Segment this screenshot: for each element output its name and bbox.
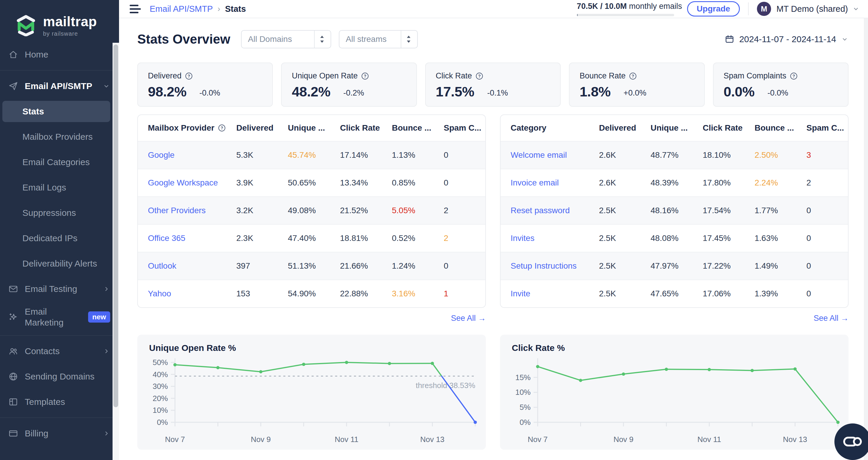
help-icon[interactable]: ? <box>361 72 369 80</box>
row-link[interactable]: Outlook <box>148 261 236 271</box>
sidebar-item-email-marketing[interactable]: Email Marketingnew <box>0 301 119 332</box>
billing-icon <box>8 428 18 438</box>
account-avatar[interactable]: M <box>757 2 771 16</box>
row-link[interactable]: Invoice email <box>510 178 599 188</box>
account-chevron-down-icon[interactable] <box>852 5 860 13</box>
row-link[interactable]: Office 365 <box>148 233 236 243</box>
mailtrap-logo[interactable]: mailtrap by railsware <box>0 0 119 42</box>
table-cell: 397 <box>236 261 288 271</box>
data-point <box>173 363 177 367</box>
sidebar-item-stats[interactable]: Stats <box>2 101 110 122</box>
table-cell: 47.65% <box>651 289 703 298</box>
sidebar-item-deliverability-alerts[interactable]: Deliverability Alerts <box>2 251 110 276</box>
sidebar-item-billing[interactable]: Billing <box>0 421 119 446</box>
sidebar-item-label: Sending Domains <box>25 372 95 381</box>
sidebar-scrollbar-thumb[interactable] <box>114 45 118 407</box>
sidebar-item-email-logs[interactable]: Email Logs <box>2 175 110 200</box>
metric-label: Bounce Rate <box>580 71 625 81</box>
column-header: Spam C... <box>806 123 848 133</box>
streams-select[interactable]: All streams <box>339 30 418 48</box>
table-cell: 2.3K <box>236 233 288 243</box>
table-cell: 48.39% <box>651 178 703 188</box>
row-link[interactable]: Google Workspace <box>148 178 236 188</box>
provider-see-all-link[interactable]: See All → <box>451 314 486 323</box>
help-icon[interactable]: ? <box>475 72 483 80</box>
data-point <box>536 365 539 368</box>
column-header: Spam C... <box>444 123 485 133</box>
templates-icon <box>8 397 18 407</box>
table-cell: 54.90% <box>288 289 340 298</box>
breadcrumb-parent-link[interactable]: Email API/SMTP <box>150 4 213 14</box>
help-icon[interactable]: ? <box>629 72 637 80</box>
row-link[interactable]: Yahoo <box>148 289 236 298</box>
account-name[interactable]: MT Demo (shared) <box>776 4 848 14</box>
metric-value: 1.8% <box>580 83 611 100</box>
table-cell: 18.10% <box>703 150 754 160</box>
y-tick-label: 0% <box>157 418 168 427</box>
column-header: Click Rate <box>703 123 754 133</box>
metric-value: 48.2% <box>292 83 330 100</box>
x-tick-label: Nov 13 <box>420 435 444 444</box>
sidebar-nav: HomeEmail API/SMTPStatsMailbox Providers… <box>0 42 119 446</box>
table-cell: 48.77% <box>651 150 703 160</box>
table-cell: 1.24% <box>392 261 444 271</box>
data-point <box>302 363 305 366</box>
metric-cards-row: Delivered?98.2%-0.0%Unique Open Rate?48.… <box>137 62 848 107</box>
sidebar-item-label: Email Testing <box>25 284 77 294</box>
category-see-all-link[interactable]: See All → <box>813 314 848 323</box>
sidebar-divider <box>0 70 119 70</box>
chat-launcher-icon <box>843 434 862 449</box>
help-icon[interactable]: ? <box>185 72 193 80</box>
table-cell: 48.16% <box>651 206 703 215</box>
row-link[interactable]: Setup Instructions <box>510 261 599 271</box>
sidebar-item-label: Mailbox Providers <box>22 132 93 142</box>
row-link[interactable]: Invite <box>510 289 599 298</box>
table-cell: 1.39% <box>754 289 806 298</box>
sidebar-item-templates[interactable]: Templates <box>0 389 119 414</box>
table-cell: 0 <box>806 261 848 271</box>
help-icon[interactable]: ? <box>218 124 226 132</box>
x-tick-label: Nov 9 <box>614 435 633 444</box>
table-cell: 0 <box>444 178 485 188</box>
hamburger-menu-icon[interactable] <box>130 4 143 13</box>
date-range-picker[interactable]: 2024-11-07 - 2024-11-14 <box>724 34 848 44</box>
calendar-icon <box>724 34 735 44</box>
table-cell: 1.63% <box>754 233 806 243</box>
main-scrollbar-track[interactable] <box>864 18 868 460</box>
metric-card-spam-complaints: Spam Complaints?0.0%-0.0% <box>713 62 848 107</box>
logo-subtitle: by railsware <box>43 30 97 37</box>
row-link[interactable]: Other Providers <box>148 206 236 215</box>
sidebar-item-contacts[interactable]: Contacts <box>0 339 119 364</box>
row-link[interactable]: Invites <box>510 233 599 243</box>
table-cell: 21.52% <box>340 206 392 215</box>
sidebar-item-label: Contacts <box>25 346 60 356</box>
sidebar-item-email-api-smtp[interactable]: Email API/SMTP <box>0 74 119 99</box>
domains-select[interactable]: All Domains <box>241 30 331 48</box>
column-header: Category <box>510 123 599 133</box>
sidebar-item-suppressions[interactable]: Suppressions <box>2 200 110 226</box>
y-tick-label: 0% <box>520 418 531 427</box>
row-link[interactable]: Google <box>148 150 236 160</box>
sidebar-item-email-testing[interactable]: Email Testing <box>0 276 119 301</box>
row-link[interactable]: Reset password <box>510 206 599 215</box>
help-icon[interactable]: ? <box>790 72 798 80</box>
mailbox-provider-table: Mailbox Provider?DeliveredUnique ...Clic… <box>137 114 486 308</box>
chevron-right-icon <box>102 285 110 293</box>
x-tick-label: Nov 7 <box>165 435 185 444</box>
sidebar-item-dedicated-ips[interactable]: Dedicated IPs <box>2 226 110 251</box>
table-cell: 2.6K <box>599 178 651 188</box>
chat-launcher-button[interactable] <box>834 424 868 460</box>
table-row: Yahoo15354.90%22.88%3.16%1 <box>138 280 485 307</box>
sidebar-item-label: Templates <box>25 397 65 407</box>
sidebar-item-email-categories[interactable]: Email Categories <box>2 149 110 175</box>
sidebar-scrollbar-track[interactable] <box>113 43 119 460</box>
sidebar-item-sending-domains[interactable]: Sending Domains <box>0 364 119 389</box>
table-cell: 5.05% <box>392 206 444 215</box>
sidebar-item-home[interactable]: Home <box>0 42 119 67</box>
sidebar-item-mailbox-providers[interactable]: Mailbox Providers <box>2 124 110 149</box>
upgrade-button[interactable]: Upgrade <box>687 1 740 17</box>
table-cell: 17.14% <box>340 150 392 160</box>
series-segment <box>795 369 838 422</box>
table-cell: 2.50% <box>754 150 806 160</box>
row-link[interactable]: Welcome email <box>510 150 599 160</box>
